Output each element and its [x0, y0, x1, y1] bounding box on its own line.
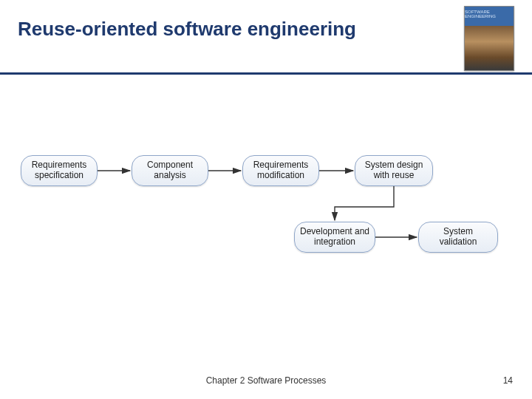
node-label: Development and integration — [299, 227, 370, 248]
node-label: System validation — [423, 227, 493, 248]
slide-header: Reuse-oriented software engineering — [0, 0, 532, 41]
footer-page-number: 14 — [503, 375, 513, 386]
book-cover-label: SOFTWARE ENGINEERING — [465, 10, 514, 18]
node-system-validation: System validation — [418, 222, 498, 253]
node-component-analysis: Component analysis — [132, 155, 208, 186]
slide-footer: Chapter 2 Software Processes 14 — [0, 375, 532, 386]
footer-chapter-label: Chapter 2 Software Processes — [206, 375, 327, 386]
node-system-design-with-reuse: System design with reuse — [355, 155, 433, 186]
edge-n4-n5 — [335, 186, 394, 220]
node-development-and-integration: Development and integration — [294, 222, 375, 253]
node-requirements-modification: Requirements modification — [242, 155, 319, 186]
node-requirements-specification: Requirements specification — [21, 155, 98, 186]
book-cover-thumbnail: SOFTWARE ENGINEERING — [464, 6, 514, 71]
node-label: System design with reuse — [360, 160, 428, 181]
process-diagram: Requirements specification Component ana… — [0, 133, 532, 296]
node-label: Requirements specification — [26, 160, 92, 181]
header-divider — [0, 72, 532, 75]
node-label: Component analysis — [137, 160, 203, 181]
node-label: Requirements modification — [248, 160, 314, 181]
slide-title: Reuse-oriented software engineering — [18, 18, 532, 41]
